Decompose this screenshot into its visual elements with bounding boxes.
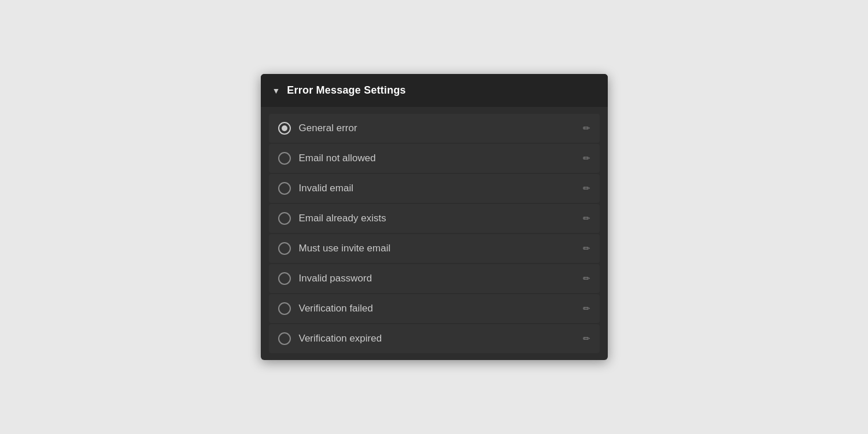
list-item-label-verification-failed: Verification failed <box>299 303 374 314</box>
list-item-label-invalid-email: Invalid email <box>299 183 354 194</box>
edit-icon-email-not-allowed[interactable]: ✏ <box>583 153 590 164</box>
list-item-email-already-exists[interactable]: Email already exists✏ <box>269 204 600 233</box>
radio-must-use-invite-email[interactable] <box>278 242 291 255</box>
list-item-verification-expired[interactable]: Verification expired✏ <box>269 324 600 353</box>
list-item-invalid-password[interactable]: Invalid password✏ <box>269 264 600 293</box>
panel-header: ▼ Error Message Settings <box>261 74 608 107</box>
list-item-left-email-already-exists: Email already exists <box>278 212 386 225</box>
list-item-label-invalid-password: Invalid password <box>299 273 372 284</box>
list-item-left-email-not-allowed: Email not allowed <box>278 152 376 165</box>
edit-icon-verification-failed[interactable]: ✏ <box>583 303 590 314</box>
radio-invalid-email[interactable] <box>278 182 291 195</box>
list-item-label-general-error: General error <box>299 123 357 134</box>
list-item-invalid-email[interactable]: Invalid email✏ <box>269 174 600 203</box>
list-item-verification-failed[interactable]: Verification failed✏ <box>269 294 600 323</box>
list-item-label-must-use-invite-email: Must use invite email <box>299 243 391 254</box>
list-item-label-email-already-exists: Email already exists <box>299 213 386 224</box>
panel-body: General error✏Email not allowed✏Invalid … <box>261 107 608 360</box>
edit-icon-general-error[interactable]: ✏ <box>583 123 590 133</box>
collapse-chevron-icon[interactable]: ▼ <box>272 86 280 95</box>
list-item-left-verification-expired: Verification expired <box>278 332 382 345</box>
list-item-left-invalid-password: Invalid password <box>278 272 372 285</box>
edit-icon-verification-expired[interactable]: ✏ <box>583 333 590 344</box>
radio-verification-expired[interactable] <box>278 332 291 345</box>
list-item-must-use-invite-email[interactable]: Must use invite email✏ <box>269 234 600 263</box>
list-item-left-invalid-email: Invalid email <box>278 182 354 195</box>
radio-email-not-allowed[interactable] <box>278 152 291 165</box>
radio-verification-failed[interactable] <box>278 302 291 315</box>
list-item-left-must-use-invite-email: Must use invite email <box>278 242 391 255</box>
error-message-settings-panel: ▼ Error Message Settings General error✏E… <box>261 74 608 360</box>
radio-invalid-password[interactable] <box>278 272 291 285</box>
radio-email-already-exists[interactable] <box>278 212 291 225</box>
panel-title: Error Message Settings <box>287 84 405 97</box>
list-item-label-email-not-allowed: Email not allowed <box>299 153 376 164</box>
list-item-label-verification-expired: Verification expired <box>299 333 382 344</box>
edit-icon-invalid-password[interactable]: ✏ <box>583 273 590 284</box>
list-item-general-error[interactable]: General error✏ <box>269 114 600 143</box>
edit-icon-invalid-email[interactable]: ✏ <box>583 183 590 194</box>
radio-inner-general-error <box>282 125 287 131</box>
list-item-left-verification-failed: Verification failed <box>278 302 374 315</box>
edit-icon-email-already-exists[interactable]: ✏ <box>583 213 590 224</box>
edit-icon-must-use-invite-email[interactable]: ✏ <box>583 243 590 254</box>
list-item-email-not-allowed[interactable]: Email not allowed✏ <box>269 144 600 173</box>
list-item-left-general-error: General error <box>278 122 357 135</box>
radio-general-error[interactable] <box>278 122 291 135</box>
